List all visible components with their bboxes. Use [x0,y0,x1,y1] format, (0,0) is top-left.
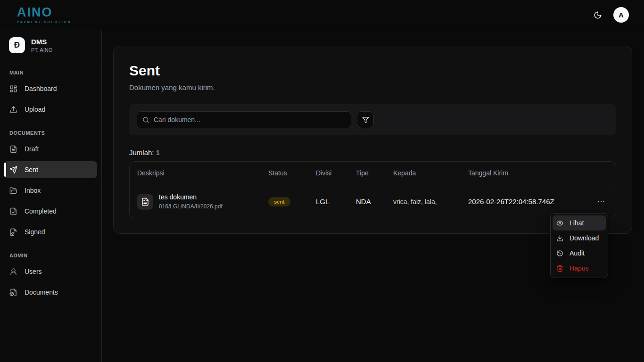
cell-divisi: LGL [316,197,356,206]
column-header-kepada: Kepada [393,169,468,177]
table-row[interactable]: tes dokumen 016/LGL/NDA/II/2026.pdf sent… [130,184,616,219]
menu-item-label: Download [570,234,599,242]
menu-item-lihat[interactable]: Lihat [553,215,606,230]
brand-tagline: PAYMENT SOLUTION [17,21,72,24]
topbar: AINO PAYMENT SOLUTION A [0,0,644,30]
upload-icon [9,106,17,114]
user-avatar[interactable]: A [613,7,629,23]
result-count: Jumlah: 1 [129,148,616,156]
sidebar-item-label: Signed [25,228,45,236]
file-text-icon [9,145,17,153]
page-subtitle: Dokumen yang kamu kirim. [129,83,616,91]
menu-item-hapus[interactable]: Hapus [553,261,606,276]
sidebar-item-label: Users [25,268,42,275]
menu-item-label: Audit [570,249,585,257]
filter-icon [362,116,369,123]
column-header-tipe: Tipe [356,169,393,177]
file-pen-icon [9,228,17,236]
section-label-documents: DOCUMENTS [4,130,97,136]
sidebar-item-label: Documents [25,288,58,296]
sidebar-app-header[interactable]: Đ DMS PT. AINO [0,30,101,61]
send-icon [9,166,17,174]
history-icon [556,250,563,257]
sent-card: Sent Dokumen yang kamu kirim. Jumlah: 1 [113,46,632,234]
menu-item-label: Lihat [570,219,584,227]
sidebar-item-dashboard[interactable]: Dashboard [4,80,97,97]
sidebar-item-label: Sent [25,166,38,173]
cell-tipe: NDA [356,197,393,206]
sidebar-item-label: Dashboard [25,85,57,92]
document-name: tes dokumen [159,193,223,202]
brand-logo[interactable]: AINO PAYMENT SOLUTION [17,6,72,24]
sidebar-item-completed[interactable]: Completed [4,203,97,220]
cell-actions [594,195,608,209]
column-header-tanggal-kirim: Tanggal Kirim [468,169,573,177]
cell-tanggal-kirim: 2026-02-26T22:04:58.746Z [468,197,573,206]
app-badge: Đ [9,37,25,53]
search-icon [142,116,149,123]
main-content: Sent Dokumen yang kamu kirim. Jumlah: 1 [102,30,644,362]
ellipsis-icon [597,197,605,206]
app-title: DMS [31,38,52,46]
sidebar-item-label: Inbox [25,187,41,194]
filter-button[interactable] [357,111,374,128]
dashboard-icon [9,85,17,93]
cell-kepada: vrica, faiz, lala, [393,198,468,206]
column-header-divisi: Divisi [316,169,356,177]
table-header-row: Deskripsi Status Divisi Tipe Kepada Tang… [130,162,616,184]
topbar-actions: A [592,7,629,23]
section-label-admin: ADMIN [4,253,97,258]
row-context-menu: Lihat Download Audit Hapus [550,213,608,278]
menu-item-download[interactable]: Download [553,230,606,246]
sidebar-item-users[interactable]: Users [4,263,97,280]
document-filename: 016/LGL/NDA/II/2026.pdf [159,203,223,210]
sidebar-item-draft[interactable]: Draft [4,140,97,157]
sidebar-item-sent[interactable]: Sent [4,161,97,178]
column-header-deskripsi: Deskripsi [137,169,268,177]
row-actions-button[interactable] [594,195,608,209]
sidebar-nav: MAIN Dashboard Upload DOCUMENTS Draft [0,61,101,301]
user-icon [9,268,17,276]
app-subtitle: PT. AINO [31,47,52,53]
sidebar-item-upload[interactable]: Upload [4,101,97,118]
menu-item-label: Hapus [570,264,588,272]
brand-name: AINO [17,6,72,19]
sidebar: Đ DMS PT. AINO MAIN Dashboard Upload DOC… [0,30,102,362]
search-input[interactable] [137,112,351,128]
file-check-icon [9,207,17,215]
documents-table: Deskripsi Status Divisi Tipe Kepada Tang… [129,161,616,219]
menu-item-audit[interactable]: Audit [553,246,606,261]
sidebar-item-label: Completed [25,207,57,215]
status-badge: sent [268,197,290,206]
section-label-main: MAIN [4,70,97,75]
file-icon [137,194,153,210]
trash-icon [556,265,563,272]
sidebar-item-label: Upload [25,106,45,113]
download-icon [556,235,563,242]
page-title: Sent [129,62,616,79]
folder-open-icon [9,187,17,195]
eye-icon [556,220,563,227]
sidebar-item-label: Draft [25,145,39,153]
sidebar-item-signed[interactable]: Signed [4,223,97,240]
file-box-icon [9,288,17,296]
search-panel [129,104,616,135]
cell-status: sent [268,197,316,206]
cell-deskripsi: tes dokumen 016/LGL/NDA/II/2026.pdf [137,193,268,210]
search-box [137,111,351,128]
sidebar-item-inbox[interactable]: Inbox [4,182,97,199]
column-header-status: Status [268,169,316,177]
theme-toggle-button[interactable] [592,9,604,21]
moon-icon [594,11,602,19]
sidebar-item-documents[interactable]: Documents [4,284,97,301]
